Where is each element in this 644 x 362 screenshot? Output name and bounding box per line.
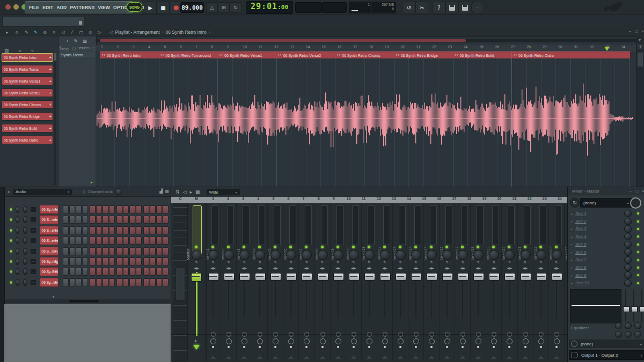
- fader-handle[interactable]: [364, 273, 375, 280]
- eq-fader-handle[interactable]: [623, 306, 630, 312]
- menu-item[interactable]: ADD: [56, 5, 67, 10]
- timeline-scrollbar[interactable]: [96, 39, 636, 42]
- stereo-sep-icon[interactable]: ⇅: [424, 260, 439, 264]
- step-cell[interactable]: [63, 237, 69, 245]
- eq-fader-handle[interactable]: [639, 306, 644, 312]
- mixer-track[interactable]: Insert 14 ⇅ ◀▶: [408, 203, 424, 361]
- step-cell[interactable]: [136, 216, 142, 224]
- insert-column-header[interactable]: 18: [462, 197, 477, 203]
- route-arrow-icon[interactable]: [320, 356, 325, 359]
- mixer-track[interactable]: Insert 18 ⇅ ◀▶: [471, 203, 486, 361]
- track-mute-led[interactable]: [368, 246, 370, 248]
- step-cell[interactable]: [69, 278, 75, 286]
- mixer-titlebar[interactable]: ⇅ ◁ ▸ ▦ Wide ▾: [171, 187, 571, 197]
- step-cell[interactable]: [109, 247, 115, 255]
- fader-handle[interactable]: [489, 273, 500, 280]
- slot-enable-led[interactable]: [637, 228, 639, 230]
- graph-editor-icon[interactable]: ▟: [159, 189, 163, 194]
- step-cell[interactable]: [63, 247, 69, 255]
- eq-freq-knob[interactable]: [634, 322, 641, 329]
- step-cell[interactable]: [163, 257, 169, 265]
- track-mute-led[interactable]: [508, 246, 510, 248]
- step-cell[interactable]: [150, 257, 156, 265]
- channel-enable-led[interactable]: [10, 208, 12, 211]
- clip-picker-item[interactable]: 06 Synth Retro Intro +: [2, 53, 53, 62]
- channel-button[interactable]: 06 S...erse1 +: [40, 226, 58, 235]
- loop-record-button[interactable]: ↻: [230, 2, 241, 13]
- step-cell[interactable]: [116, 205, 122, 213]
- step-cell[interactable]: [69, 237, 75, 245]
- record-arm-icon[interactable]: [554, 338, 560, 344]
- track-pan-knob[interactable]: [504, 250, 515, 260]
- channel-pan-knob[interactable]: [16, 216, 20, 223]
- route-arrow-icon[interactable]: [367, 356, 372, 359]
- insert-column-header[interactable]: 23: [537, 197, 552, 203]
- fader-handle[interactable]: [536, 273, 547, 280]
- route-arrow-icon[interactable]: [554, 356, 559, 359]
- insert-column-header[interactable]: 21: [507, 197, 522, 203]
- route-arrow-icon[interactable]: [210, 356, 216, 359]
- link-dot[interactable]: [524, 346, 526, 348]
- playlist-titlebar[interactable]: ▸ ∩ ✎✎⊘×◁⁄▢◎▷ ◁ Playlist - Arrangement ›…: [0, 28, 644, 37]
- plugin-slot-row[interactable]: ▸ Slot 6: [568, 248, 643, 256]
- playlist-tool-icon[interactable]: ⊘: [41, 29, 49, 35]
- mixer-track[interactable]: Insert 22 ⇅ ◀▶: [533, 203, 549, 361]
- slot-mix-knob[interactable]: [624, 233, 632, 240]
- step-cell[interactable]: [156, 268, 162, 276]
- insert-column-header[interactable]: 9: [326, 197, 341, 203]
- step-cell[interactable]: [150, 216, 156, 224]
- mixer-track[interactable]: Insert 21 ⇅ ◀▶: [518, 203, 533, 361]
- step-cell[interactable]: [143, 247, 149, 255]
- slot-enable-led[interactable]: [637, 251, 639, 253]
- swap-icon[interactable]: ↻: [570, 198, 580, 208]
- link-dot[interactable]: [274, 346, 276, 348]
- insert-column-header[interactable]: 22: [522, 197, 537, 203]
- tri-right-icon[interactable]: ▸: [8, 189, 10, 194]
- mixer-track[interactable]: Insert 2 ⇅ ◀▶: [221, 203, 237, 361]
- plugin-slot-row[interactable]: ▸ Slot 3: [568, 225, 643, 233]
- step-cell[interactable]: [129, 205, 135, 213]
- link-dot[interactable]: [337, 346, 339, 348]
- step-cell[interactable]: [150, 237, 156, 245]
- song-mode-switch[interactable]: SONG: [127, 2, 142, 12]
- step-cell[interactable]: [90, 278, 96, 286]
- audio-output-selector[interactable]: Output 1 - Output 2 ▸: [569, 350, 644, 360]
- plugin-slot-row[interactable]: ▸ Slot 1: [568, 210, 643, 217]
- plugin-slot-row[interactable]: ▸ Slot 5: [568, 241, 643, 248]
- fader-handle[interactable]: [239, 273, 250, 280]
- step-cell[interactable]: [123, 237, 129, 245]
- insert-column-header[interactable]: 15: [416, 197, 431, 203]
- menu-item[interactable]: EDIT: [42, 5, 53, 10]
- pan-lr-icon[interactable]: ◀▶: [408, 266, 423, 270]
- eq-width-knob[interactable]: [634, 331, 641, 338]
- pan-lr-icon[interactable]: ◀▶: [331, 266, 346, 270]
- step-cell[interactable]: [143, 278, 149, 286]
- audio-clip[interactable]: ↦ 06 Synth Retro Verse1: [217, 51, 278, 58]
- route-arrow-icon[interactable]: [475, 356, 481, 359]
- track-pan-knob[interactable]: [208, 250, 218, 260]
- track-pan-knob[interactable]: [396, 250, 406, 260]
- master-fader-handle[interactable]: [191, 273, 202, 282]
- route-arrow-icon[interactable]: [429, 356, 434, 359]
- insert-column-header[interactable]: 11: [356, 197, 371, 203]
- channel-button[interactable]: 06 Sy..Intro +: [40, 205, 58, 214]
- track-pan-knob[interactable]: [318, 250, 328, 260]
- fader-handle[interactable]: [458, 273, 469, 280]
- record-arm-icon[interactable]: [475, 338, 481, 344]
- link-dot[interactable]: [493, 346, 495, 348]
- pan-lr-icon[interactable]: ◀▶: [315, 266, 330, 270]
- slot-enable-led[interactable]: [637, 220, 639, 223]
- route-arrow-icon[interactable]: [226, 356, 231, 359]
- stereo-sep-icon[interactable]: ⇅: [471, 260, 486, 264]
- step-cell[interactable]: [103, 216, 108, 224]
- channel-rack-scrollbar[interactable]: [5, 299, 170, 303]
- slot-mix-knob[interactable]: [624, 218, 632, 225]
- eq-freq-knob[interactable]: [625, 322, 632, 329]
- fader-handle[interactable]: [380, 273, 391, 280]
- channel-pan-knob[interactable]: [16, 268, 20, 275]
- stereo-sep-icon[interactable]: ⇅: [331, 260, 346, 264]
- step-cell[interactable]: [116, 247, 122, 255]
- step-cell[interactable]: [82, 226, 88, 234]
- eq-width-knob[interactable]: [625, 331, 632, 338]
- mixer-track[interactable]: Insert 1 ⇅ ◀▶: [206, 203, 221, 361]
